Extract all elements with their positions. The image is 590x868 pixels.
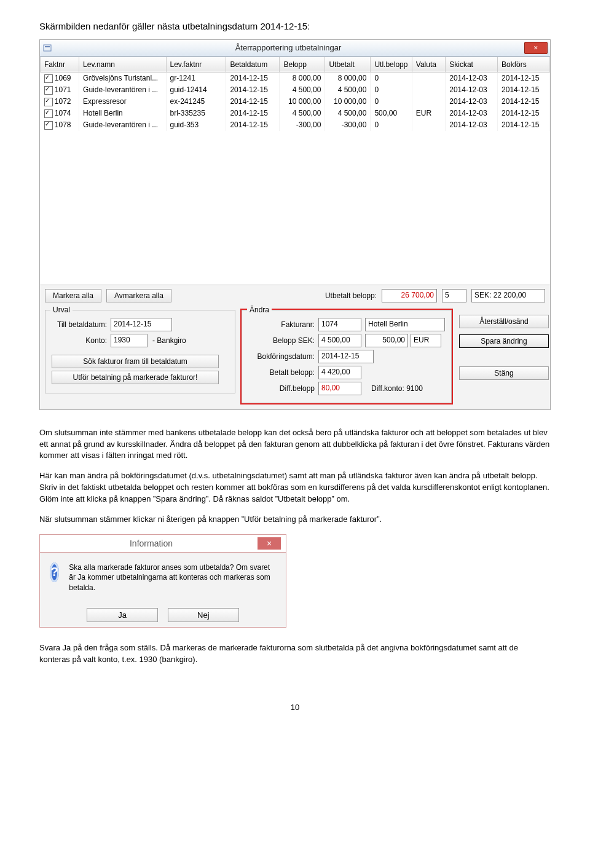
doc-para-2: Här kan man ändra på bokföringsdatumet (… [39, 470, 551, 505]
window-title: Återrapportering utbetalningar [52, 43, 524, 52]
table-row[interactable]: 1069Grövelsjöns Turistanl...gr-12412014-… [41, 72, 550, 84]
col-valuta[interactable]: Valuta [412, 57, 445, 72]
save-button[interactable]: Spara ändring [459, 334, 549, 348]
urval-legend: Urval [50, 306, 73, 314]
doc-para-3: När slutsumman stämmer klickar ni återig… [39, 514, 551, 526]
table-row[interactable]: 1072Expressresorex-2412452014-12-1510 00… [41, 96, 550, 108]
lower-pane: Markera alla Avmarkera alla Utbetalt bel… [40, 285, 550, 409]
doc-intro: Skärmbilden nedanför gäller nästa utbeta… [39, 20, 551, 33]
svg-rect-0 [44, 45, 51, 51]
table-row[interactable]: 1074Hotell Berlinbrl-3352352014-12-154 5… [41, 108, 550, 119]
col-belopp[interactable]: Belopp [280, 57, 325, 72]
restore-button[interactable]: Återställ/osänd [459, 315, 549, 328]
svg-rect-1 [45, 46, 50, 47]
utbetalt-value: 26 700,00 [382, 289, 437, 302]
col-skickat[interactable]: Skickat [446, 57, 498, 72]
utfor-button[interactable]: Utför betalning på markerade fakturor! [52, 371, 219, 384]
col-faktnr[interactable]: Faktnr [41, 57, 79, 72]
col-utlbelopp[interactable]: Utl.belopp [371, 57, 412, 72]
diffk-label: Diff.konto: 9100 [371, 384, 423, 393]
betb-label: Betalt belopp: [248, 368, 318, 377]
diffb-label: Diff.belopp [248, 384, 318, 393]
close-icon[interactable]: ✕ [524, 42, 548, 54]
dialog-title: Information [45, 539, 258, 548]
sys-icon [42, 43, 52, 53]
urval-group: Urval Till betaldatum: 2014-12-15 Konto:… [45, 310, 235, 393]
doc-para-4: Svara Ja på den fråga som ställs. Då mar… [39, 642, 551, 666]
row-checkbox[interactable] [44, 121, 53, 130]
col-betaldatum[interactable]: Betaldatum [226, 57, 280, 72]
row-checkbox[interactable] [44, 74, 53, 83]
mark-all-button[interactable]: Markera alla [45, 289, 101, 302]
utl-input[interactable]: 500,00 [365, 334, 408, 347]
titlebar: Återrapportering utbetalningar ✕ [40, 40, 550, 57]
col-levnamn[interactable]: Lev.namn [79, 57, 166, 72]
andra-legend: Ändra [247, 306, 272, 314]
konto-name: - Bankgiro [148, 336, 186, 345]
belsek-label: Belopp SEK: [248, 336, 318, 345]
col-levfaktnr[interactable]: Lev.faktnr [166, 57, 226, 72]
till-betaldatum-label: Till betaldatum: [52, 320, 111, 329]
page-number: 10 [39, 703, 551, 712]
dialog-message: Ska alla markerade fakturor anses som ut… [69, 562, 276, 593]
andra-group: Ändra Fakturanr: 1074 Hotell Berlin Belo… [242, 310, 452, 403]
row-checkbox[interactable] [44, 86, 53, 95]
sek-field: SEK: 22 200,00 [471, 289, 545, 302]
faktnr-name: Hotell Berlin [365, 318, 445, 331]
faktnr-label: Fakturanr: [248, 320, 318, 329]
unmark-all-button[interactable]: Avmarkera alla [106, 289, 171, 302]
faktnr-input[interactable]: 1074 [318, 318, 361, 331]
no-button[interactable]: Nej [168, 608, 239, 622]
info-dialog: Information × ? Ska alla markerade faktu… [39, 534, 286, 628]
bokd-label: Bokföringsdatum: [248, 352, 318, 361]
table-row[interactable]: 1078Guide-leverantören i ...guid-3532014… [41, 119, 550, 131]
bokd-input[interactable]: 2014-12-15 [318, 350, 374, 363]
diffb-input: 80,00 [318, 382, 361, 395]
count-field: 5 [442, 289, 466, 302]
table-row[interactable]: 1071Guide-leverantören i ...guid-1241420… [41, 84, 550, 96]
konto-nr-input[interactable]: 1930 [111, 334, 148, 347]
betb-input[interactable]: 4 420,00 [318, 366, 361, 379]
col-utbetalt[interactable]: Utbetalt [325, 57, 371, 72]
app-window: Återrapportering utbetalningar ✕ Faktnr … [39, 39, 551, 410]
utbetalt-label: Utbetalt belopp: [325, 291, 377, 300]
close-button[interactable]: Stäng [459, 366, 549, 380]
invoice-grid[interactable]: Faktnr Lev.namn Lev.faktnr Betaldatum Be… [40, 57, 550, 285]
yes-button[interactable]: Ja [87, 608, 158, 622]
sok-button[interactable]: Sök fakturor fram till betaldatum [52, 355, 219, 368]
till-betaldatum-input[interactable]: 2014-12-15 [111, 318, 172, 331]
grid-header: Faktnr Lev.namn Lev.faktnr Betaldatum Be… [41, 57, 550, 72]
konto-label: Konto: [52, 336, 111, 345]
question-icon: ? [50, 562, 59, 582]
row-checkbox[interactable] [44, 109, 53, 118]
dialog-titlebar: Information × [40, 535, 286, 553]
doc-para-1: Om slutsumman inte stämmer med bankens u… [39, 427, 551, 462]
row-checkbox[interactable] [44, 98, 53, 106]
belsek-input[interactable]: 4 500,00 [318, 334, 361, 347]
col-bokfors[interactable]: Bokförs [498, 57, 550, 72]
valuta-input[interactable]: EUR [411, 334, 441, 347]
dialog-close-icon[interactable]: × [258, 537, 281, 550]
grid-empty-area [40, 131, 550, 285]
